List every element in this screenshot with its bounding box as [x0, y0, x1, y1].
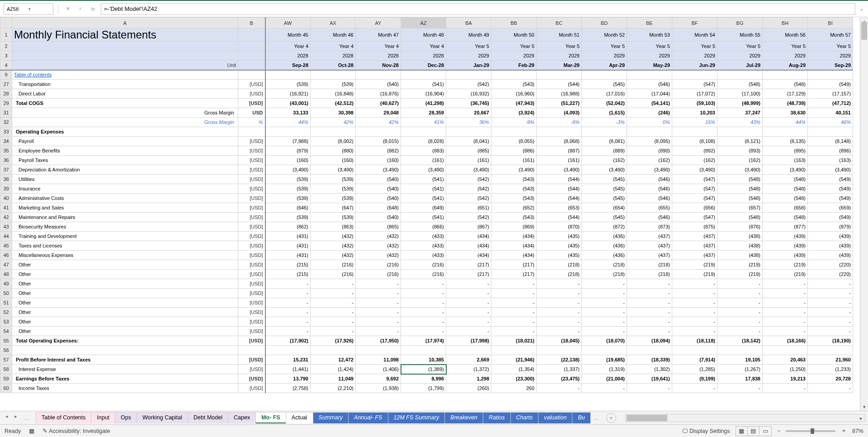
cell-BG42[interactable]: (548): [717, 213, 763, 222]
cell-B57[interactable]: [USD]: [238, 355, 265, 365]
cell-BF60[interactable]: -: [672, 384, 717, 393]
cell-AW60[interactable]: (2,758): [265, 384, 311, 393]
cell-BA29[interactable]: (36,745): [446, 99, 491, 108]
cell-BI4[interactable]: Sep-29: [808, 61, 853, 70]
cell-BH39[interactable]: (548): [763, 184, 808, 194]
row-label-41[interactable]: Marketing and Sales: [12, 203, 238, 213]
cell-AY53[interactable]: -: [356, 317, 401, 327]
cell-AZ38[interactable]: (541): [401, 175, 446, 184]
row-label-56[interactable]: [12, 346, 238, 355]
cell-AX32[interactable]: 42%: [311, 118, 356, 127]
cell-BA56[interactable]: [446, 346, 491, 355]
cell-BH56[interactable]: [763, 346, 808, 355]
cell-BC32[interactable]: -9%: [537, 118, 582, 127]
cell-BB55[interactable]: (18,021): [491, 336, 537, 346]
cell-BD52[interactable]: -: [582, 308, 627, 317]
cell-BI29[interactable]: (47,712): [808, 99, 853, 108]
row-label-29[interactable]: Total COGS: [12, 99, 238, 108]
cell-A2[interactable]: [12, 42, 238, 51]
cell-AX44[interactable]: (432): [311, 232, 356, 241]
col-header-BE[interactable]: BE: [627, 18, 672, 28]
cell-B50[interactable]: [USD]: [238, 289, 265, 298]
cell-BF34[interactable]: (8,108): [672, 137, 717, 146]
cell-B37[interactable]: [USD]: [238, 165, 265, 175]
cell-BG60[interactable]: -: [717, 384, 763, 393]
cell-AX58[interactable]: (1,424): [311, 365, 356, 374]
cell-BE33[interactable]: [627, 127, 672, 137]
cell-BH58[interactable]: (1,250): [763, 365, 808, 374]
col-header-BG[interactable]: BG: [717, 18, 763, 28]
row-header-57[interactable]: 57: [0, 355, 12, 365]
cell-BB40[interactable]: (543): [491, 194, 537, 203]
cell-B53[interactable]: [USD]: [238, 317, 265, 327]
cell-BD56[interactable]: [582, 346, 627, 355]
cell-BF29[interactable]: (59,103): [672, 99, 717, 108]
row-header-55[interactable]: 55: [0, 336, 12, 346]
cell-BG48[interactable]: (219): [717, 270, 763, 279]
row-label-37[interactable]: Depreciation & Amortization: [12, 165, 238, 175]
cell-AZ4[interactable]: Dec-28: [401, 61, 446, 70]
cell-BD58[interactable]: (1,319): [582, 365, 627, 374]
table-of-contents-link[interactable]: Table of contents: [12, 70, 238, 80]
cell-BD49[interactable]: -: [582, 279, 627, 289]
cell-BF2[interactable]: Year 5: [672, 42, 717, 51]
cell-BI54[interactable]: -: [808, 327, 853, 336]
sheet-tab-capex[interactable]: Capex: [228, 412, 256, 423]
cell-AY32[interactable]: 42%: [356, 118, 401, 127]
cell-BH51[interactable]: -: [763, 298, 808, 308]
cell-AY56[interactable]: [356, 346, 401, 355]
cell-BF38[interactable]: (547): [672, 175, 717, 184]
cell-AW4[interactable]: Sep-28: [265, 61, 311, 70]
cell-AZ34[interactable]: (8,028): [401, 137, 446, 146]
cell-A3[interactable]: [12, 51, 238, 61]
view-page-icon[interactable]: ▤: [748, 427, 760, 436]
row-header-28[interactable]: 28: [0, 89, 12, 99]
row-label-43[interactable]: Biosecurity Measures: [12, 222, 238, 232]
cell-AW56[interactable]: [265, 346, 311, 355]
cell-BH40[interactable]: (548): [763, 194, 808, 203]
cell-BF59[interactable]: (9,199): [672, 374, 717, 384]
cell-AW52[interactable]: -: [265, 308, 311, 317]
cell-BE27[interactable]: (546): [627, 80, 672, 89]
cell-BF44[interactable]: (437): [672, 232, 717, 241]
cell-AY60[interactable]: (1,938): [356, 384, 401, 393]
row-label-40[interactable]: Administrative Costs: [12, 194, 238, 203]
cell-BE60[interactable]: -: [627, 384, 672, 393]
cell-BA28[interactable]: (16,932): [446, 89, 491, 99]
cell-B31[interactable]: USD: [238, 108, 265, 118]
cell-AX46[interactable]: (432): [311, 251, 356, 260]
row-header-3[interactable]: 3: [0, 51, 12, 61]
cell-AX28[interactable]: (16,848): [311, 89, 356, 99]
cell-BG31[interactable]: 37,247: [717, 108, 763, 118]
cell-BH34[interactable]: (8,135): [763, 137, 808, 146]
cell-AZ39[interactable]: (541): [401, 184, 446, 194]
cell-AW35[interactable]: (879): [265, 146, 311, 156]
cell-AY1[interactable]: Month 47: [356, 28, 401, 42]
cell-BG45[interactable]: (438): [717, 241, 763, 251]
cell-AY57[interactable]: 11,098: [356, 355, 401, 365]
cell-AW53[interactable]: -: [265, 317, 311, 327]
cell-BD38[interactable]: (545): [582, 175, 627, 184]
cell-AZ31[interactable]: 28,359: [401, 108, 446, 118]
cell-BF4[interactable]: Jun-29: [672, 61, 717, 70]
cell-BB34[interactable]: (8,055): [491, 137, 537, 146]
cell-B58[interactable]: [USD]: [238, 365, 265, 374]
cell-BD46[interactable]: (436): [582, 251, 627, 260]
cell-BB54[interactable]: -: [491, 327, 537, 336]
cell-BD31[interactable]: (1,615): [582, 108, 627, 118]
cell-BB28[interactable]: (16,960): [491, 89, 537, 99]
cell-AZ37[interactable]: (3,490): [401, 165, 446, 175]
cell-B38[interactable]: [USD]: [238, 175, 265, 184]
cell-BE43[interactable]: (873): [627, 222, 672, 232]
cell-AX31[interactable]: 30,398: [311, 108, 356, 118]
cell-AZ47[interactable]: (216): [401, 260, 446, 270]
cell-AX54[interactable]: -: [311, 327, 356, 336]
cell-AX42[interactable]: (539): [311, 213, 356, 222]
cell-BA59[interactable]: 1,298: [446, 374, 491, 384]
cell-BH3[interactable]: 2029: [763, 51, 808, 61]
cell-B49[interactable]: [USD]: [238, 279, 265, 289]
cell-AY3[interactable]: 2028: [356, 51, 401, 61]
cell-AZ42[interactable]: (541): [401, 213, 446, 222]
cell-BA2[interactable]: Year 5: [446, 42, 491, 51]
cell-BA35[interactable]: (885): [446, 146, 491, 156]
